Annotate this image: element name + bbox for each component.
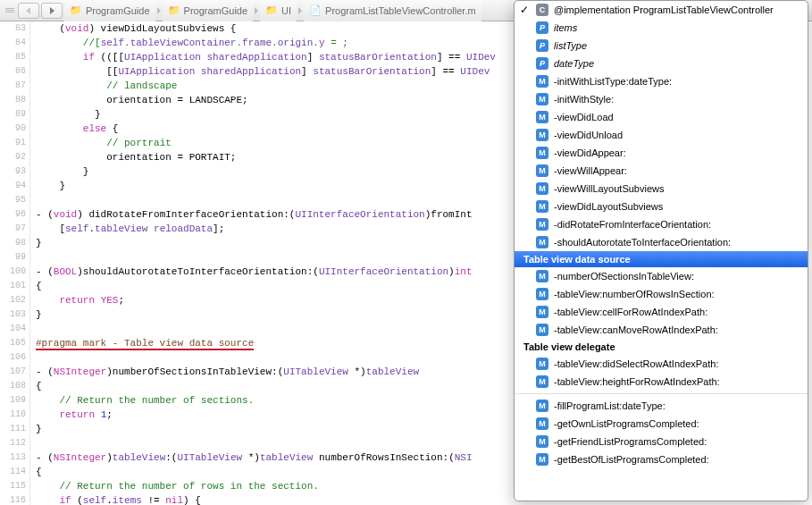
symbol-badge: M bbox=[536, 236, 548, 248]
line-number: 94 bbox=[0, 179, 26, 193]
popup-item[interactable]: M-viewWillAppear: bbox=[515, 162, 808, 180]
breadcrumb-label: ProgramListTableViewController.m bbox=[325, 5, 476, 16]
symbol-badge: M bbox=[536, 435, 548, 448]
popup-item-label: -tableView:numberOfRowsInSection: bbox=[554, 289, 715, 299]
popup-item-label: -getBestOfListProgramsCompleted: bbox=[554, 454, 709, 465]
line-number: 107 bbox=[0, 365, 26, 379]
breadcrumb-item[interactable]: 📁ProgramGuide bbox=[163, 0, 254, 21]
pragma-mark: #pragma mark - Table view data source bbox=[36, 338, 254, 350]
popup-item[interactable]: M-getFriendListProgramsCompleted: bbox=[515, 433, 808, 450]
symbol-badge: M bbox=[536, 75, 548, 88]
line-number: 88 bbox=[0, 93, 26, 107]
symbol-badge: M bbox=[536, 111, 548, 123]
line-number: 115 bbox=[0, 479, 26, 493]
line-number: 89 bbox=[0, 107, 26, 122]
popup-item-label: -initWithListType:dateType: bbox=[554, 76, 672, 87]
breadcrumb-item[interactable]: 📁UI bbox=[260, 0, 297, 21]
popup-item-label: -shouldAutorotateToInterfaceOrientation: bbox=[554, 237, 731, 248]
symbol-badge: P bbox=[536, 21, 548, 34]
popup-item-label: -viewWillAppear: bbox=[554, 165, 627, 176]
symbol-badge: M bbox=[536, 417, 548, 430]
line-number: 113 bbox=[0, 450, 26, 465]
popup-item[interactable]: PdateType bbox=[515, 55, 808, 72]
line-number: 96 bbox=[0, 207, 26, 222]
forward-button[interactable] bbox=[41, 3, 63, 19]
popup-item[interactable]: M-initWithListType:dateType: bbox=[515, 72, 808, 90]
symbol-badge: M bbox=[536, 129, 548, 141]
popup-item-label: listType bbox=[554, 40, 587, 51]
symbol-badge: M bbox=[536, 270, 548, 282]
line-number: 111 bbox=[0, 422, 26, 436]
symbol-badge: M bbox=[536, 400, 548, 412]
popup-item[interactable]: M-tableView:didSelectRowAtIndexPath: bbox=[515, 355, 808, 373]
line-number: 108 bbox=[0, 379, 26, 393]
popup-item[interactable]: M-viewDidUnload bbox=[515, 126, 808, 144]
folder-icon: 📁 bbox=[70, 4, 82, 17]
grip-icon bbox=[5, 8, 14, 13]
line-number: 92 bbox=[0, 150, 26, 164]
popup-item-label: items bbox=[554, 22, 577, 33]
symbol-badge: M bbox=[536, 182, 548, 195]
popup-section-header[interactable]: Table view data source bbox=[515, 251, 808, 267]
line-number: 100 bbox=[0, 265, 26, 279]
line-number: 99 bbox=[0, 250, 26, 265]
symbol-badge: M bbox=[536, 218, 548, 231]
symbol-badge: M bbox=[536, 147, 548, 159]
popup-item[interactable]: ✓C@implementation ProgramListTableViewCo… bbox=[515, 1, 808, 19]
popup-item[interactable]: M-getOwnListProgramsCompleted: bbox=[515, 415, 808, 433]
popup-item[interactable]: M-viewWillLayoutSubviews bbox=[515, 180, 808, 198]
line-number: 90 bbox=[0, 122, 26, 136]
popup-item[interactable]: M-tableView:heightForRowAtIndexPath: bbox=[515, 373, 808, 391]
symbol-navigator-popup[interactable]: ✓C@implementation ProgramListTableViewCo… bbox=[514, 0, 808, 501]
popup-item-label: -tableView:heightForRowAtIndexPath: bbox=[554, 376, 720, 387]
breadcrumb-label: ProgramGuide bbox=[86, 5, 150, 16]
popup-item[interactable]: PlistType bbox=[515, 37, 808, 55]
line-number: 112 bbox=[0, 436, 26, 450]
symbol-badge: P bbox=[536, 39, 548, 52]
symbol-badge: M bbox=[536, 324, 548, 336]
popup-item[interactable]: M-tableView:canMoveRowAtIndexPath: bbox=[515, 321, 808, 339]
file-icon: 📄 bbox=[309, 4, 322, 17]
popup-item-label: -getOwnListProgramsCompleted: bbox=[554, 418, 699, 429]
popup-item[interactable]: Pitems bbox=[515, 19, 808, 37]
symbol-badge: M bbox=[536, 358, 548, 370]
popup-item[interactable]: M-viewDidAppear: bbox=[515, 144, 808, 162]
line-number: 86 bbox=[0, 64, 26, 79]
popup-item[interactable]: M-didRotateFromInterfaceOrientation: bbox=[515, 215, 808, 233]
popup-item[interactable]: M-getBestOfListProgramsCompleted: bbox=[515, 450, 808, 468]
back-button[interactable] bbox=[18, 3, 39, 19]
breadcrumb-item[interactable]: 📄ProgramListTableViewController.m bbox=[304, 0, 481, 21]
popup-item[interactable]: M-initWithStyle: bbox=[515, 90, 808, 108]
popup-item-label: -tableView:cellForRowAtIndexPath: bbox=[554, 307, 707, 317]
popup-item-label: -viewDidAppear: bbox=[554, 147, 626, 158]
popup-section-header[interactable]: Table view delegate bbox=[515, 339, 808, 355]
popup-item[interactable]: M-viewDidLoad bbox=[515, 108, 808, 126]
popup-item[interactable]: M-viewDidLayoutSubviews bbox=[515, 198, 808, 215]
folder-icon: 📁 bbox=[265, 4, 278, 17]
popup-item[interactable]: M-shouldAutorotateToInterfaceOrientation… bbox=[515, 233, 808, 251]
line-number: 87 bbox=[0, 79, 26, 93]
line-number: 105 bbox=[0, 336, 26, 350]
line-number: 83 bbox=[0, 21, 26, 36]
line-gutter: 8384858687888990919293949596979899100101… bbox=[0, 21, 30, 505]
popup-item-label: Table view delegate bbox=[523, 341, 615, 352]
line-number: 101 bbox=[0, 279, 26, 293]
popup-item[interactable]: M-numberOfSectionsInTableView: bbox=[515, 267, 808, 285]
line-number: 109 bbox=[0, 393, 26, 408]
symbol-badge: M bbox=[536, 453, 548, 466]
popup-item[interactable]: M-tableView:cellForRowAtIndexPath: bbox=[515, 303, 808, 321]
symbol-badge: M bbox=[536, 306, 548, 318]
symbol-badge: M bbox=[536, 200, 548, 213]
popup-item-label: -fillProgramList:dateType: bbox=[554, 400, 666, 411]
breadcrumb-item[interactable]: 📁ProgramGuide bbox=[64, 0, 155, 21]
folder-icon: 📁 bbox=[168, 4, 180, 17]
popup-item[interactable]: M-fillProgramList:dateType: bbox=[515, 397, 808, 415]
popup-item[interactable]: M-tableView:numberOfRowsInSection: bbox=[515, 285, 808, 303]
line-number: 110 bbox=[0, 408, 26, 422]
popup-item-label: -viewDidUnload bbox=[554, 130, 623, 140]
line-number: 116 bbox=[0, 493, 26, 505]
line-number: 103 bbox=[0, 307, 26, 322]
symbol-badge: P bbox=[536, 57, 548, 70]
popup-separator bbox=[515, 393, 808, 394]
breadcrumb-separator bbox=[155, 7, 163, 14]
